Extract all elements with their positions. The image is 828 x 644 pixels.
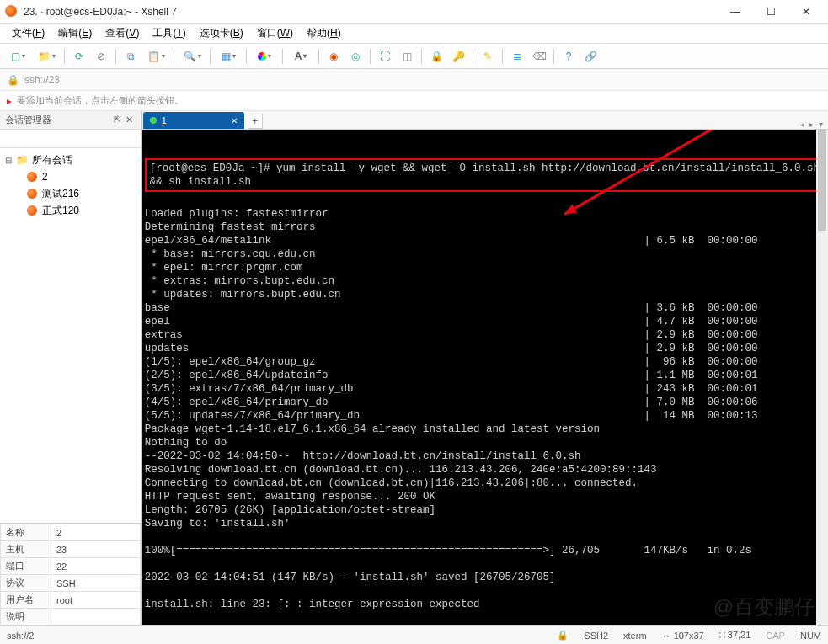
highlight-icon[interactable]: ✎ bbox=[478, 47, 497, 66]
menu-edit[interactable]: 编辑(E) bbox=[53, 24, 97, 42]
clear-icon[interactable]: ⌫ bbox=[530, 47, 548, 66]
status-address: ssh://2 bbox=[7, 631, 34, 641]
open-folder-button[interactable]: 📁 bbox=[34, 47, 59, 66]
font-icon[interactable]: A bbox=[288, 47, 313, 66]
sidebar: 会话管理器 ⇱ ✕ ⊟ 📁 所有会话 2 测试216 正式120 bbox=[0, 111, 142, 625]
title-bar: 23. · root@ecs-ED0Ja:~ - Xshell 7 — ☐ ✕ bbox=[0, 0, 828, 24]
link-icon[interactable]: 🔗 bbox=[581, 47, 600, 66]
cursor-icon: ⸬ bbox=[719, 630, 728, 640]
menu-bar: 文件(F) 编辑(E) 查看(V) 工具(T) 选项卡(B) 窗口(W) 帮助(… bbox=[0, 24, 828, 44]
tab-close-icon[interactable]: ✕ bbox=[231, 116, 238, 125]
copy-icon[interactable]: ⧉ bbox=[121, 47, 140, 66]
status-cap: CAP bbox=[766, 631, 785, 641]
filter-input[interactable] bbox=[0, 130, 141, 147]
close-button[interactable]: ✕ bbox=[789, 3, 823, 21]
tab-menu-icon[interactable]: ▾ bbox=[817, 120, 825, 129]
minimize-button[interactable]: — bbox=[718, 3, 752, 21]
session-item[interactable]: 2 bbox=[2, 168, 139, 185]
tree-root[interactable]: ⊟ 📁 所有会话 bbox=[2, 152, 139, 168]
status-ssh: SSH2 bbox=[584, 631, 608, 641]
terminal-output: Loaded plugins: fastestmirror Determinin… bbox=[145, 207, 825, 625]
svg-marker-1 bbox=[562, 204, 577, 218]
session-label: 测试216 bbox=[42, 187, 79, 201]
address-bar[interactable]: 🔒 ssh://23 bbox=[0, 69, 828, 91]
scrollbar-thumb[interactable] bbox=[818, 130, 826, 231]
command-highlight: [root@ecs-ED0Ja ~]# yum install -y wget … bbox=[145, 158, 825, 192]
search-icon[interactable]: 🔍 bbox=[179, 47, 205, 66]
tab-active[interactable]: 1 ✕ bbox=[143, 112, 244, 129]
window-title: 23. · root@ecs-ED0Ja:~ - Xshell 7 bbox=[24, 6, 718, 18]
main-area: 1 ✕ + ◂ ▸ ▾ [root@ecs-ED0Ja ~]# yum inst… bbox=[142, 111, 828, 625]
sidebar-title: 会话管理器 bbox=[5, 114, 112, 126]
flag-icon[interactable]: ▸ bbox=[7, 95, 12, 107]
ssl-lock-icon: 🔒 bbox=[7, 74, 19, 86]
toolbar: ▢ 📁 ⟳ ⊘ ⧉ 📋 🔍 ▦ A ◉ ◎ ⛶ ◫ 🔒 🔑 ✎ ≣ ⌫ ? 🔗 bbox=[0, 44, 828, 69]
xftp-icon[interactable]: ◉ bbox=[324, 47, 343, 66]
xagent-icon[interactable]: ◎ bbox=[346, 47, 365, 66]
properties-panel: 名称2 主机23 端口22 协议SSH 用户名root 说明 bbox=[0, 523, 141, 625]
tab-label: 1 bbox=[162, 115, 226, 125]
status-dot-icon bbox=[150, 117, 157, 124]
reconnect-icon[interactable]: ⟳ bbox=[70, 47, 88, 66]
hint-bar: ▸ 要添加当前会话，点击左侧的箭头按钮。 bbox=[0, 91, 828, 111]
disconnect-icon[interactable]: ⊘ bbox=[92, 47, 110, 66]
menu-file[interactable]: 文件(F) bbox=[7, 24, 50, 42]
menu-help[interactable]: 帮助(H) bbox=[302, 24, 346, 42]
app-icon bbox=[5, 5, 19, 19]
session-icon bbox=[25, 187, 39, 200]
color-icon[interactable] bbox=[252, 47, 277, 66]
expand-icon[interactable]: ⊟ bbox=[5, 156, 15, 165]
transparency-icon[interactable]: ◫ bbox=[398, 47, 416, 66]
menu-tools[interactable]: 工具(T) bbox=[147, 24, 190, 42]
fullscreen-icon[interactable]: ⛶ bbox=[376, 47, 394, 66]
tree-root-label: 所有会话 bbox=[32, 153, 72, 168]
folder-icon: 📁 bbox=[15, 153, 29, 167]
tab-add-button[interactable]: + bbox=[248, 114, 263, 129]
lock-icon[interactable]: 🔒 bbox=[427, 47, 446, 66]
session-tree: ⊟ 📁 所有会话 2 测试216 正式120 bbox=[0, 148, 141, 523]
tab-next-icon[interactable]: ▸ bbox=[808, 120, 815, 129]
sidebar-header: 会话管理器 ⇱ ✕ bbox=[0, 111, 141, 130]
menu-view[interactable]: 查看(V) bbox=[100, 24, 144, 42]
new-session-button[interactable]: ▢ bbox=[5, 47, 30, 66]
paste-icon[interactable]: 📋 bbox=[143, 47, 168, 66]
terminal[interactable]: [root@ecs-ED0Ja ~]# yum install -y wget … bbox=[142, 130, 828, 625]
layout-icon[interactable]: ▦ bbox=[216, 47, 241, 66]
session-label: 2 bbox=[42, 171, 48, 183]
session-icon bbox=[25, 204, 39, 217]
status-cursor: 37,21 bbox=[728, 630, 751, 640]
hint-text: 要添加当前会话，点击左侧的箭头按钮。 bbox=[17, 94, 184, 107]
sidebar-close-icon[interactable]: ✕ bbox=[124, 114, 136, 125]
session-item[interactable]: 测试216 bbox=[2, 185, 139, 202]
key-icon[interactable]: 🔑 bbox=[449, 47, 467, 66]
help-icon[interactable]: ? bbox=[559, 47, 578, 66]
menu-tabs[interactable]: 选项卡(B) bbox=[195, 24, 248, 42]
maximize-button[interactable]: ☐ bbox=[754, 3, 788, 21]
status-lock-icon: 🔒 bbox=[557, 630, 569, 641]
tab-prev-icon[interactable]: ◂ bbox=[799, 120, 806, 129]
status-num: NUM bbox=[800, 631, 821, 641]
size-icon: ↔ bbox=[662, 631, 674, 641]
scroll-icon[interactable]: ≣ bbox=[508, 47, 526, 66]
sidebar-filter[interactable] bbox=[0, 130, 141, 148]
status-size: 107x37 bbox=[674, 631, 704, 641]
session-item[interactable]: 正式120 bbox=[2, 202, 139, 219]
tab-strip: 1 ✕ + ◂ ▸ ▾ bbox=[142, 111, 828, 130]
session-icon bbox=[25, 170, 39, 184]
address-text: ssh://23 bbox=[24, 74, 821, 86]
terminal-scrollbar[interactable] bbox=[816, 130, 828, 625]
menu-window[interactable]: 窗口(W) bbox=[252, 24, 298, 42]
pin-icon[interactable]: ⇱ bbox=[112, 114, 124, 125]
status-bar: ssh://2 🔒 SSH2 xterm ↔ 107x37 ⸬ 37,21 CA… bbox=[0, 625, 828, 644]
status-term: xterm bbox=[623, 631, 647, 641]
session-label: 正式120 bbox=[42, 204, 79, 218]
